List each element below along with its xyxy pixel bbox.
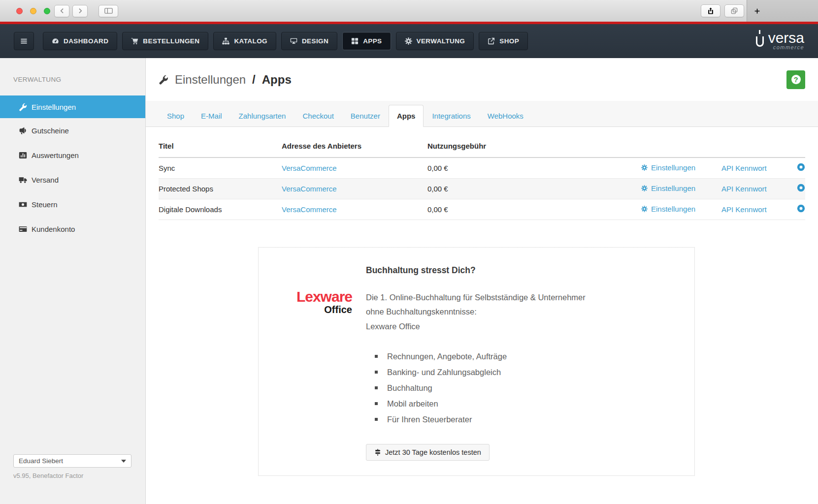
navbar-item-label: VERWALTUNG [417,37,465,45]
close-button[interactable] [16,8,23,14]
navbar-item[interactable]: SHOP [479,32,528,50]
sidebar-item[interactable]: Einstellungen [0,95,145,118]
promo-description-line: ohne Buchhaltungskenntnisse: [366,305,586,319]
api-password-link[interactable]: API Kennwort [721,185,767,193]
navbar-item[interactable]: KATALOG [213,32,276,50]
navbar-item-label: APPS [363,37,382,45]
app-title: Digitale Downloads [159,199,282,220]
app-settings-link[interactable]: Einstellungen [641,184,695,192]
sidebar-item[interactable]: Steuern [0,192,145,217]
app-settings-link[interactable]: Einstellungen [641,163,695,172]
titlebar [0,0,818,22]
promo-bullet-list: Rechnungen, Angebote, AufträgeBanking- u… [375,348,675,427]
lexware-logo: Lexware Office [278,290,352,334]
navbar-item-label: DESIGN [302,37,328,45]
tab-overview-button[interactable] [724,4,744,17]
share-button[interactable] [701,4,720,17]
navbar-item[interactable]: DASHBOARD [43,32,117,50]
window-controls [16,8,50,14]
tab-label: WebHooks [488,112,524,120]
table-column-header: Titel [159,142,282,158]
caret-down-icon [121,460,126,463]
sidebar-item[interactable]: Versand [0,167,145,192]
sidebar-toggle-button[interactable] [98,5,118,17]
navbar-item[interactable]: DESIGN [281,32,337,50]
tab-label: E-Mail [201,112,222,120]
table-header-row: TitelAdresse des AnbietersNutzungsgebühr [159,142,805,158]
tab[interactable]: E-Mail [193,105,230,127]
navbar-item[interactable]: APPS [342,32,391,50]
table-row: Digitale Downloads VersaCommerce 0,00 € … [159,199,805,220]
minimize-button[interactable] [30,8,36,14]
brand-name: versa [768,30,804,46]
table-row: Sync VersaCommerce 0,00 € Einstellungen … [159,158,805,178]
sidebar-item-label: Gutscheine [32,126,69,135]
tab-label: Checkout [302,112,333,120]
tab[interactable]: Apps [389,105,424,127]
gear-icon [641,206,648,212]
table-column-header: Adresse des Anbieters [282,142,427,158]
app-status-button[interactable] [797,206,805,214]
api-password-link[interactable]: API Kennwort [721,164,767,172]
usage-fee: 0,00 € [427,178,635,199]
lexware-logo-office: Office [278,304,352,315]
navbar-item-label: SHOP [499,37,519,45]
brand-subtitle: commerce [773,44,804,50]
tab[interactable]: Checkout [294,105,342,127]
sidebar-item-label: Kundenkonto [32,225,75,233]
trial-cta-button[interactable]: Jetzt 30 Tage kostenlos testen [366,444,490,461]
user-select-value: Eduard Siebert [19,457,63,465]
tab-bar: ShopE-MailZahlungsartenCheckoutBenutzerA… [146,101,818,127]
help-button[interactable]: ? [786,70,805,89]
circle-ring-icon [797,204,805,213]
trial-cta-label: Jetzt 30 Tage kostenlos testen [385,448,481,456]
api-password-link[interactable]: API Kennwort [721,205,767,214]
vendor-link[interactable]: VersaCommerce [282,185,337,193]
tab[interactable]: Integrations [424,105,479,127]
navbar-item[interactable]: VERWALTUNG [396,32,474,50]
breadcrumb-current: Apps [262,73,292,87]
app-title: Sync [159,158,282,178]
app-status-button[interactable] [797,185,805,193]
circle-ring-icon [797,184,805,192]
tab[interactable]: Zahlungsarten [230,105,294,127]
history-buttons [54,5,88,17]
sidebar-item[interactable]: Auswertungen [0,143,145,167]
vendor-link[interactable]: VersaCommerce [282,164,337,172]
sidebar-item[interactable]: Gutscheine [0,118,145,143]
tab[interactable]: Benutzer [342,105,389,127]
promo-bullet: Rechnungen, Angebote, Aufträge [375,348,675,364]
back-button[interactable] [54,5,69,17]
menu-toggle-button[interactable] [14,32,34,50]
breadcrumb-parent: Einstellungen [175,73,246,87]
vendor-link[interactable]: VersaCommerce [282,205,337,214]
app-status-button[interactable] [797,164,805,173]
app-title: Protected Shops [159,178,282,199]
promo-box: Buchhaltung stresst Dich? Lexware Office… [258,247,695,476]
tab-label: Shop [167,112,184,120]
usage-fee: 0,00 € [427,199,635,220]
promo-bullet: Mobil arbeiten [375,396,675,411]
tab[interactable]: Shop [159,105,193,127]
promo-heading: Buchhaltung stresst Dich? [366,265,675,276]
new-tab-button[interactable] [747,0,818,22]
promo-bullet: Für Ihren Steuerberater [375,411,675,427]
promo-description: Die 1. Online-Buchhaltung für Selbststän… [366,290,586,334]
promo-description-line: Lexware Office [366,319,586,334]
forward-button[interactable] [72,5,88,17]
sidebar-item[interactable]: Kundenkonto [0,217,145,241]
sidebar-item-label: Einstellungen [32,103,76,111]
tab[interactable]: WebHooks [479,105,532,127]
sidebar-item-label: Steuern [32,200,58,209]
promo-bullet: Buchhaltung [375,380,675,396]
navbar-item[interactable]: BESTELLUNGEN [122,32,208,50]
table-row: Protected Shops VersaCommerce 0,00 € Ein… [159,178,805,199]
sidebar-item-label: Versand [32,176,59,184]
app-settings-link[interactable]: Einstellungen [641,205,695,213]
fullscreen-button[interactable] [44,8,50,14]
versa-logo: versa commerce [756,30,804,50]
gear-icon [641,185,648,191]
user-select[interactable]: Eduard Siebert [13,454,131,468]
sidebar-item-label: Auswertungen [32,151,79,159]
gear-icon [641,164,648,171]
